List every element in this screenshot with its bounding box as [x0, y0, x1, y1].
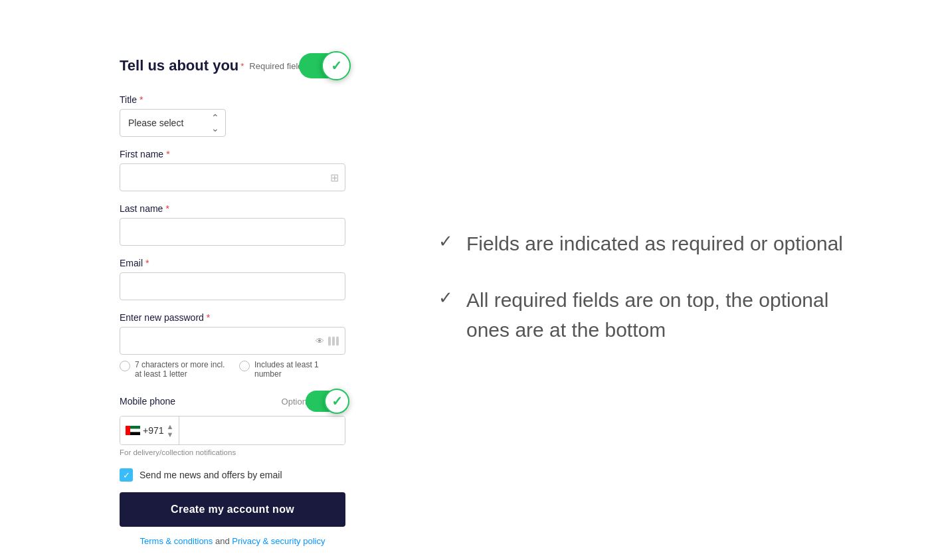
required-toggle[interactable] — [299, 53, 345, 78]
mobile-label-row: Mobile phone Optional — [120, 391, 345, 412]
info-text-1: Fields are indicated as required or opti… — [466, 229, 843, 258]
password-label: Enter new password * — [120, 312, 345, 323]
last-name-required-mark: * — [165, 203, 169, 214]
password-wrapper: 👁 — [120, 327, 345, 355]
phone-row: +971 ▲ ▼ — [120, 416, 345, 445]
required-label-area: * Required fields — [240, 53, 345, 78]
newsletter-label: Send me news and offers by email — [140, 470, 282, 480]
email-field-group: Email * — [120, 258, 345, 300]
phone-country-selector[interactable]: +971 ▲ ▼ — [120, 417, 179, 444]
title-select[interactable]: Please select Mr Mrs Ms Dr — [120, 109, 226, 137]
svg-rect-4 — [126, 426, 130, 435]
first-name-required-mark: * — [166, 149, 169, 159]
info-item-2: ✓ All required fields are on top, the op… — [438, 285, 877, 345]
email-input[interactable] — [120, 272, 345, 300]
terms-link[interactable]: Terms & conditions — [140, 536, 213, 546]
checkmark-icon: ✓ — [123, 470, 130, 480]
toggle-knob — [322, 51, 351, 80]
phone-help-text: For delivery/collection notifications — [120, 448, 345, 456]
password-field-group: Enter new password * 👁 7 characters — [120, 312, 345, 379]
hint-number-circle — [239, 361, 250, 371]
country-code: +971 — [143, 425, 164, 436]
last-name-field-group: Last name * — [120, 203, 345, 246]
newsletter-checkbox[interactable]: ✓ — [120, 468, 133, 482]
password-hints: 7 characters or more incl. at least 1 le… — [120, 360, 345, 379]
last-name-input[interactable] — [120, 218, 345, 246]
privacy-link[interactable]: Privacy & security policy — [232, 536, 325, 546]
check-icon-2: ✓ — [438, 288, 453, 308]
mobile-label: Mobile phone — [120, 396, 175, 407]
first-name-input[interactable] — [120, 163, 345, 191]
pw-hint-length: 7 characters or more incl. at least 1 le… — [120, 360, 226, 379]
pw-hint-number: Includes at least 1 number — [239, 360, 345, 379]
flag-svg — [126, 426, 140, 435]
uae-flag — [126, 426, 140, 435]
phone-number-input[interactable] — [179, 417, 345, 444]
check-icon-1: ✓ — [438, 231, 453, 252]
first-name-label: First name * — [120, 149, 345, 159]
form-footer: Terms & conditions and Privacy & securit… — [120, 536, 345, 546]
contact-card-icon: ⊞ — [330, 171, 339, 184]
mobile-field-group: Mobile phone Optional — [120, 391, 345, 456]
title-field-group: Title * Please select Mr Mrs Ms Dr ⌃⌄ — [120, 94, 345, 137]
submit-button[interactable]: Create my account now — [120, 492, 345, 527]
password-input[interactable] — [120, 327, 345, 355]
country-arrows: ▲ ▼ — [167, 423, 174, 438]
optional-toggle-knob — [324, 389, 349, 414]
form-section: Tell us about you * Required fields Titl… — [0, 27, 385, 560]
password-required-mark: * — [207, 312, 210, 323]
title-required-mark: * — [140, 94, 143, 105]
last-name-label: Last name * — [120, 203, 345, 214]
email-label: Email * — [120, 258, 345, 268]
hint-length-circle — [120, 361, 130, 371]
password-strength-icon — [328, 336, 339, 345]
title-select-wrapper: Please select Mr Mrs Ms Dr ⌃⌄ — [120, 109, 226, 137]
info-item-1: ✓ Fields are indicated as required or op… — [438, 229, 877, 258]
newsletter-checkbox-row: ✓ Send me news and offers by email — [120, 468, 345, 482]
optional-toggle[interactable] — [306, 391, 345, 412]
first-name-field-group: First name * ⊞ — [120, 149, 345, 191]
page-wrapper: Tell us about you * Required fields Titl… — [0, 0, 930, 560]
info-section: ✓ Fields are indicated as required or op… — [385, 27, 930, 560]
email-required-mark: * — [145, 258, 149, 268]
required-asterisk: * — [240, 61, 244, 71]
password-icons: 👁 — [316, 336, 339, 346]
form-header: Tell us about you * Required fields — [120, 53, 345, 78]
info-text-2: All required fields are on top, the opti… — [466, 285, 877, 345]
title-label: Title * — [120, 94, 345, 105]
required-label-text: Required fields — [249, 61, 307, 71]
form-title: Tell us about you — [120, 57, 238, 74]
eye-icon[interactable]: 👁 — [316, 336, 324, 346]
